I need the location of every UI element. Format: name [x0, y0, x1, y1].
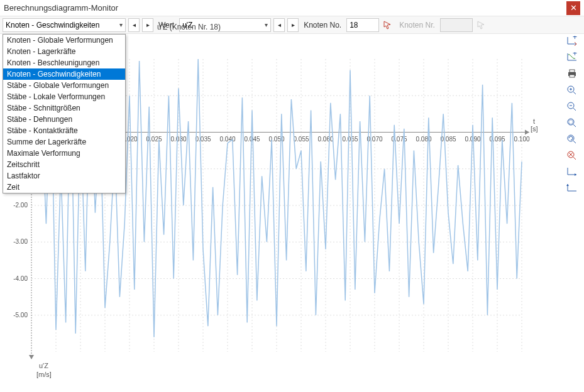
close-button[interactable]: ✕: [566, 1, 580, 15]
svg-marker-29: [575, 173, 576, 176]
svg-text:-3.00: -3.00: [13, 238, 28, 245]
svg-text:[s]: [s]: [531, 125, 538, 133]
zoom-out-icon[interactable]: [564, 99, 580, 113]
category-prev-button[interactable]: ◂: [128, 18, 140, 32]
svg-line-19: [573, 124, 576, 127]
knoten-no-label: Knoten No.: [301, 21, 344, 30]
chart-title: u'Z (Knoten Nr. 18): [157, 23, 221, 31]
window-title: Berechnungsdiagramm-Monitor: [4, 3, 566, 13]
axes-y-only-icon[interactable]: [564, 181, 580, 195]
svg-text:0.070: 0.070: [366, 136, 382, 143]
knoten-nr-input: [440, 18, 473, 32]
dropdown-item[interactable]: Stäbe - Lokale Verformungen: [3, 91, 125, 102]
toolbar: Knoten - Geschwindigkeiten ▾ ◂ ▸ Wert u'…: [0, 16, 584, 34]
zoom-in-icon[interactable]: [564, 83, 580, 97]
axes-x-only-icon[interactable]: [564, 165, 580, 178]
svg-text:0.040: 0.040: [219, 136, 235, 143]
svg-text:0.035: 0.035: [195, 136, 211, 143]
titlebar: Berechnungsdiagramm-Monitor ✕: [0, 0, 584, 16]
svg-text:t: t: [533, 117, 535, 125]
dropdown-item[interactable]: Maximale Verformung: [3, 148, 125, 159]
svg-text:0.055: 0.055: [293, 136, 309, 143]
axis-y-icon[interactable]: +: [564, 50, 580, 64]
svg-rect-9: [570, 70, 575, 72]
dropdown-item[interactable]: Stäbe - Dehnungen: [3, 114, 125, 125]
svg-line-12: [573, 92, 576, 94]
dropdown-item[interactable]: Summe der Lagerkräfte: [3, 136, 125, 148]
wert-prev-button[interactable]: ◂: [273, 18, 285, 32]
zoom-window-icon[interactable]: [564, 116, 580, 129]
category-dropdown[interactable]: Knoten - Globale VerformungenKnoten - La…: [3, 34, 126, 193]
svg-text:-2.00: -2.00: [13, 202, 28, 209]
svg-text:0.045: 0.045: [244, 136, 260, 143]
svg-text:0.060: 0.060: [317, 136, 333, 143]
chevron-down-icon: ▾: [119, 21, 123, 28]
svg-line-16: [573, 108, 576, 111]
svg-text:-5.00: -5.00: [13, 312, 28, 318]
svg-marker-60: [525, 130, 529, 135]
svg-text:0.065: 0.065: [342, 136, 358, 143]
dropdown-item[interactable]: Knoten - Globale Verformungen: [3, 35, 125, 46]
svg-marker-62: [29, 355, 34, 359]
pick-node-disabled-icon: [475, 19, 488, 31]
knoten-nr-label: Knoten Nr.: [397, 21, 438, 30]
chevron-down-icon: ▾: [265, 21, 268, 28]
axis-x-icon[interactable]: +: [564, 34, 580, 48]
knoten-no-input[interactable]: [346, 18, 379, 32]
svg-text:[m/s]: [m/s]: [36, 371, 52, 378]
dropdown-item[interactable]: Stäbe - Globale Verformungen: [3, 80, 125, 91]
category-next-button[interactable]: ▸: [142, 18, 153, 32]
dropdown-item[interactable]: Stäbe - Schnittgrößen: [3, 102, 125, 114]
svg-text:u'Z: u'Z: [39, 362, 48, 369]
zoom-reset-icon[interactable]: [564, 132, 580, 146]
dropdown-item[interactable]: Knoten - Beschleunigungen: [3, 57, 125, 68]
svg-text:+: +: [573, 36, 577, 41]
svg-marker-32: [566, 184, 569, 186]
category-combobox-value: Knoten - Geschwindigkeiten: [6, 21, 99, 30]
svg-text:0.025: 0.025: [146, 136, 162, 143]
wert-next-button[interactable]: ▸: [287, 18, 299, 32]
cancel-icon[interactable]: [564, 148, 580, 162]
svg-text:0.085: 0.085: [440, 136, 456, 143]
svg-text:0.100: 0.100: [514, 136, 529, 143]
category-combobox[interactable]: Knoten - Geschwindigkeiten ▾: [3, 18, 126, 32]
dropdown-item[interactable]: Stäbe - Kontaktkräfte: [3, 125, 125, 136]
svg-rect-10: [570, 75, 575, 77]
dropdown-item[interactable]: Lastfaktor: [3, 170, 125, 182]
right-tool-dock: ++: [564, 34, 581, 195]
svg-text:+: +: [573, 52, 577, 58]
svg-rect-20: [569, 120, 573, 124]
pick-node-icon[interactable]: [382, 19, 394, 31]
svg-text:0.030: 0.030: [170, 136, 186, 143]
print-icon[interactable]: [564, 67, 580, 80]
svg-line-24: [573, 157, 576, 160]
dropdown-item[interactable]: Zeit: [3, 182, 125, 193]
svg-line-22: [573, 141, 576, 143]
dropdown-item[interactable]: Knoten - Geschwindigkeiten: [3, 68, 125, 80]
dropdown-item[interactable]: Knoten - Lagerkräfte: [3, 46, 125, 57]
svg-text:-4.00: -4.00: [13, 275, 28, 282]
dropdown-item[interactable]: Zeitschritt: [3, 159, 125, 170]
